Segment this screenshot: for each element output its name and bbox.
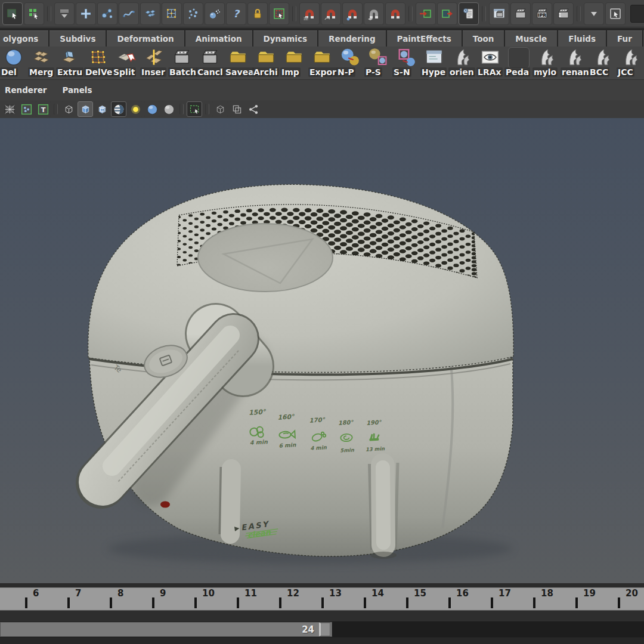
- shelf-item-s-n[interactable]: S-N: [392, 47, 420, 79]
- plugin-shapes-icon[interactable]: [212, 101, 228, 117]
- shelf-item-inser[interactable]: Inser: [140, 47, 168, 79]
- shelf-item-peda[interactable]: Peda: [504, 47, 532, 79]
- particles-icon[interactable]: [183, 2, 203, 25]
- curve-tool-icon[interactable]: [119, 2, 139, 25]
- menu-panels[interactable]: Panels: [62, 85, 92, 95]
- lock-icon[interactable]: [247, 2, 268, 25]
- shelf-item-del[interactable]: Del: [0, 47, 28, 79]
- snap-to-points-icon[interactable]: [342, 2, 363, 25]
- shelf-item-cancl[interactable]: Cancl: [196, 47, 224, 79]
- frame-number: 18: [541, 588, 553, 599]
- shelf-tab-deformation[interactable]: Deformation: [107, 30, 184, 47]
- shelf-item-p-s[interactable]: P-S: [364, 47, 392, 79]
- menu-renderer[interactable]: Renderer: [5, 85, 47, 95]
- frame-tick: [406, 597, 408, 608]
- shelf-tab-dynamics[interactable]: Dynamics: [253, 30, 317, 47]
- grease-frames-icon[interactable]: [229, 101, 244, 117]
- snap-to-curves-icon[interactable]: [321, 2, 341, 25]
- sphere-blue-icon: [4, 47, 24, 67]
- make-live-icon[interactable]: [385, 2, 405, 25]
- bottom-strip: [0, 637, 644, 644]
- snap-align-icon[interactable]: [54, 2, 75, 25]
- open-render-view-icon[interactable]: [489, 2, 509, 25]
- render-settings-icon[interactable]: [553, 2, 574, 25]
- poly-plane-icon[interactable]: [140, 2, 160, 25]
- time-label: 4 min: [310, 444, 327, 451]
- quick-select-field[interactable]: [630, 5, 644, 23]
- quick-selection-icon[interactable]: [605, 2, 626, 25]
- shelf-tab-olygons[interactable]: olygons: [0, 30, 48, 47]
- move-tool-icon[interactable]: [76, 2, 96, 25]
- shelf-item-bcc[interactable]: BCC: [589, 47, 617, 79]
- shelf-item-orien[interactable]: orien: [448, 47, 476, 79]
- select-by-hierarchy-icon[interactable]: [2, 2, 23, 25]
- shelf-item-mylo[interactable]: mylo: [532, 47, 561, 79]
- render-current-frame-icon[interactable]: [510, 2, 531, 25]
- shelf-item-savea[interactable]: Savea: [224, 47, 252, 79]
- emitter-icon[interactable]: [205, 2, 225, 25]
- help-icon[interactable]: ?: [226, 2, 246, 25]
- shelf-tab-subdivs[interactable]: Subdivs: [49, 30, 106, 47]
- default-material-icon[interactable]: [144, 101, 160, 117]
- xray-mode-icon[interactable]: [161, 101, 177, 117]
- lights-icon[interactable]: [128, 101, 143, 117]
- texture-display-toggle-icon[interactable]: T: [35, 101, 51, 117]
- construction-history-icon[interactable]: [459, 2, 479, 25]
- input-connections-icon[interactable]: [416, 2, 436, 25]
- folder-icon: [312, 47, 332, 67]
- shelf-item-jcc[interactable]: JCC: [617, 47, 644, 79]
- fryer-model: 150°4 min160°6 min170°4 min180°5min190°1…: [88, 184, 513, 564]
- shelf-item-label: DelVe: [84, 67, 113, 77]
- selection-mask-dropdown-icon[interactable]: [584, 2, 604, 25]
- shelf-item-archi[interactable]: Archi: [252, 47, 280, 79]
- shelf-item-renan[interactable]: renan: [561, 47, 589, 79]
- snap-to-view-planes-icon[interactable]: [364, 2, 384, 25]
- fryer-model-canvas[interactable]: 150°4 min160°6 min170°4 min180°5min190°1…: [0, 118, 644, 583]
- shelf-tab-rendering[interactable]: Rendering: [318, 30, 386, 47]
- shelf-item-expor[interactable]: Expor: [308, 47, 336, 79]
- shelf-tab-fluids[interactable]: Fluids: [558, 30, 606, 47]
- smooth-shade-mode-icon[interactable]: [78, 101, 93, 117]
- shelf-item-extru[interactable]: Extru: [56, 47, 84, 79]
- ipr-render-icon[interactable]: IPR: [532, 2, 552, 25]
- shelf-item-lrax[interactable]: LRAx: [476, 47, 504, 79]
- shelf-item-n-p[interactable]: N-P: [336, 47, 364, 79]
- toolbar-separator: [47, 6, 51, 21]
- wireframe-mode-icon[interactable]: [61, 101, 76, 117]
- shelf-tab-fur[interactable]: Fur: [607, 30, 642, 47]
- select-by-component-icon[interactable]: [24, 2, 44, 25]
- x-display-toggle-icon[interactable]: [2, 101, 17, 117]
- joint-tool-icon[interactable]: [97, 2, 117, 25]
- shelf-item-batch[interactable]: Batch: [168, 47, 196, 79]
- shelf-item-split[interactable]: Split: [112, 47, 140, 79]
- shelf-item-imp[interactable]: Imp: [280, 47, 308, 79]
- highlight-selection-icon[interactable]: [269, 2, 289, 25]
- textured-mode-icon[interactable]: [94, 101, 110, 117]
- folder-icon: [284, 47, 304, 67]
- time-label: 5min: [340, 447, 355, 453]
- shelf-item-merg[interactable]: Merg: [28, 47, 56, 79]
- shelf-tab-muscle[interactable]: Muscle: [505, 30, 557, 47]
- lattice-icon[interactable]: [162, 2, 182, 25]
- shelf-item-hype[interactable]: Hype: [420, 47, 448, 79]
- shelf-item-delve[interactable]: DelVe: [84, 47, 112, 79]
- shelf-tab-painteffects[interactable]: PaintEffects: [387, 30, 462, 47]
- range-slider-handle[interactable]: [319, 623, 330, 636]
- snap-to-grids-icon[interactable]: [299, 2, 320, 25]
- sn-icon: [396, 47, 416, 67]
- time-slider[interactable]: 67891011121314151617181920: [0, 587, 644, 611]
- isolate-select-icon[interactable]: [187, 101, 202, 117]
- range-slider-row: 24: [0, 621, 644, 637]
- connections-icon[interactable]: [246, 101, 261, 117]
- frame-number: 10: [202, 588, 215, 599]
- output-connections-icon[interactable]: [437, 2, 457, 25]
- svg-text:IPR: IPR: [538, 13, 546, 18]
- shelf-tab-animation[interactable]: Animation: [185, 30, 252, 47]
- range-slider[interactable]: 24: [0, 622, 332, 637]
- use-all-lights-icon[interactable]: [111, 101, 126, 117]
- particle-display-toggle-icon[interactable]: [18, 101, 34, 117]
- viewport-3d[interactable]: 150°4 min160°6 min170°4 min180°5min190°1…: [0, 118, 644, 583]
- frame-tick: [618, 597, 620, 608]
- shelf-tab-toon[interactable]: Toon: [463, 30, 504, 47]
- poly-merge-icon: [32, 47, 52, 67]
